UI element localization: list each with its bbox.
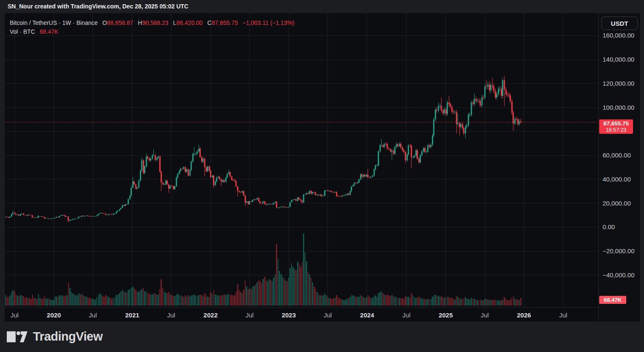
chart-widget: Bitcoin / TetherUS · 1W · Binance O88,65…: [4, 13, 641, 322]
tradingview-logo[interactable]: TradingView: [7, 330, 103, 344]
time-axis-tick-jul: Jul: [324, 311, 332, 319]
time-axis-tick-jul: Jul: [559, 311, 567, 319]
volume-title: Vol · BTC: [10, 28, 35, 35]
time-axis-tick-year: 2022: [204, 311, 218, 319]
currency-button[interactable]: USDT: [601, 16, 638, 30]
tradingview-snapshot: SN_Nour created with TradingView.com, De…: [0, 0, 644, 352]
tradingview-wordmark: TradingView: [33, 330, 103, 344]
volume-value: 68.47K: [40, 28, 58, 35]
last-price-label: 87,655.75 18:57:23: [599, 119, 633, 134]
time-axis-tick-jul: Jul: [402, 311, 410, 319]
time-axis-tick-jul: Jul: [11, 311, 19, 319]
symbol-title: Bitcoin / TetherUS · 1W · Binance: [10, 19, 98, 26]
time-axis-tick-year: 2024: [360, 311, 374, 319]
high-value: 90,588.23: [142, 19, 168, 26]
close-letter: C: [207, 19, 212, 26]
change-value: −1,003.11 (−1.13%): [243, 19, 295, 26]
candlestick-chart[interactable]: [5, 13, 598, 307]
chart-plot-area[interactable]: Bitcoin / TetherUS · 1W · Binance O88,65…: [5, 13, 598, 307]
price-axis-tick: 40,000.00: [603, 176, 631, 183]
time-axis-tick-year: 2021: [125, 311, 139, 319]
time-axis-tick-year: 2020: [47, 311, 61, 319]
bar-countdown: 18:57:23: [599, 127, 633, 133]
price-axis-tick: 140,000.00: [603, 56, 634, 63]
price-axis-tick: 120,000.00: [603, 80, 634, 87]
open-letter: O: [102, 19, 107, 26]
price-axis-tick: 160,000.00: [603, 32, 634, 39]
high-letter: H: [138, 19, 142, 26]
price-axis[interactable]: USDT 87,655.75 18:57:23 68.47K 160,000.0…: [598, 13, 640, 322]
time-axis[interactable]: Jul2020Jul2021Jul2022Jul2023Jul2024Jul20…: [5, 307, 598, 322]
open-value: 88,658.87: [107, 19, 133, 26]
price-axis-tick: −20,000.00: [603, 248, 635, 255]
time-axis-tick-jul: Jul: [480, 311, 488, 319]
low-value: 86,420.00: [176, 19, 202, 26]
time-axis-tick-year: 2023: [282, 311, 296, 319]
price-axis-tick: 0.00: [603, 224, 615, 230]
time-axis-tick-year: 2025: [439, 311, 453, 319]
time-axis-tick-jul: Jul: [246, 311, 254, 319]
price-axis-tick: −40,000.00: [603, 272, 635, 279]
footer-bar: TradingView: [0, 322, 644, 352]
attribution-text: SN_Nour created with TradingView.com, De…: [8, 3, 188, 10]
chart-legend: Bitcoin / TetherUS · 1W · Binance O88,65…: [10, 19, 295, 36]
time-axis-tick-jul: Jul: [89, 311, 97, 319]
close-value: 87,655.75: [212, 19, 238, 26]
volume-row: Vol · BTC 68.47K: [10, 27, 295, 36]
price-axis-tick: 100,000.00: [603, 104, 634, 111]
price-axis-tick: 20,000.00: [603, 200, 631, 207]
time-axis-tick-jul: Jul: [167, 311, 175, 319]
time-axis-tick-year: 2026: [517, 311, 531, 319]
symbol-row: Bitcoin / TetherUS · 1W · Binance O88,65…: [10, 19, 295, 27]
tradingview-logo-icon: [7, 331, 27, 342]
price-axis-tick: 60,000.00: [603, 152, 631, 159]
volume-axis-label: 68.47K: [599, 296, 626, 304]
last-price-value: 87,655.75: [599, 120, 633, 127]
attribution-bar: SN_Nour created with TradingView.com, De…: [0, 0, 644, 13]
